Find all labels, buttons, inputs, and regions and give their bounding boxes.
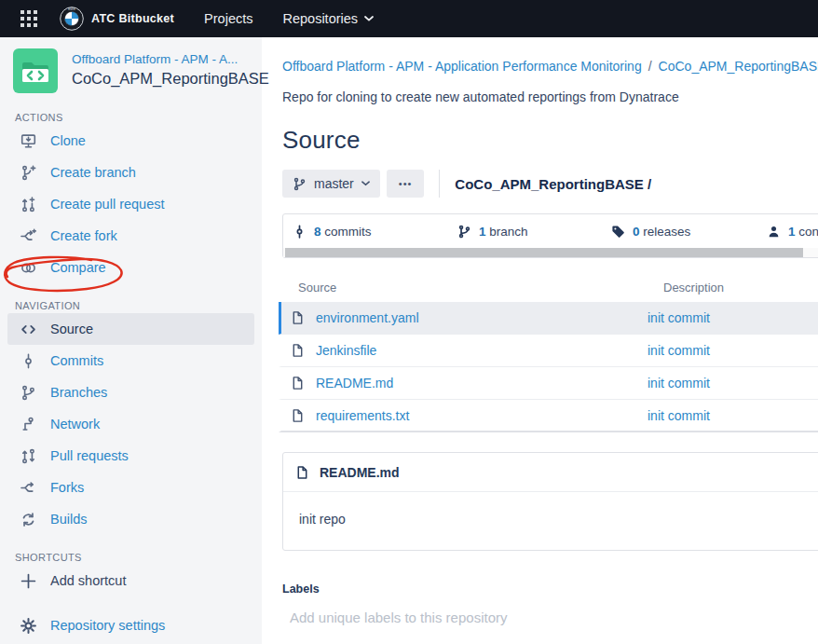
brand[interactable]: BMW ATC Bitbucket [60, 7, 174, 31]
file-icon [291, 408, 305, 423]
commit-message-link[interactable]: init commit [648, 408, 710, 423]
sidebar-item-pull-requests[interactable]: Pull requests [7, 440, 254, 472]
nav-repositories[interactable]: Repositories [282, 11, 374, 26]
nav-projects[interactable]: Projects [204, 11, 252, 26]
sidebar-item-network[interactable]: Network [7, 408, 254, 440]
app-switcher-grid-icon[interactable] [19, 8, 39, 29]
commit-message-link[interactable]: init commit [648, 376, 710, 391]
readme-header: README.md [283, 453, 818, 492]
forks-icon [19, 480, 37, 496]
table-row[interactable]: requirements.txt init commit [279, 400, 818, 432]
breadcrumb-repo-link[interactable]: CoCo_APM_ReportingBASE [659, 59, 818, 74]
repo-header: Offboard Platform - APM - A... CoCo_APM_… [7, 48, 254, 93]
commit-message-link[interactable]: init commit [648, 343, 710, 358]
file-link[interactable]: README.md [316, 376, 393, 391]
compare-icon [19, 260, 37, 276]
svg-text:BMW: BMW [68, 7, 75, 11]
sidebar-item-label: Repository settings [50, 618, 165, 633]
sidebar-item-label: Create branch [50, 165, 136, 180]
sidebar-item-add-shortcut[interactable]: Add shortcut [7, 565, 254, 596]
file-link[interactable]: requirements.txt [316, 408, 409, 423]
current-path: CoCo_APM_ReportingBASE / [455, 176, 651, 192]
create-branch-icon [19, 165, 37, 181]
sidebar-item-label: Create pull request [50, 197, 165, 212]
branch-selector-button[interactable]: master [282, 170, 380, 198]
pull-requests-icon [19, 448, 37, 464]
readme-content: init repo [283, 492, 818, 550]
stats-horizontal-scrollbar [283, 248, 818, 257]
column-header-source: Source [298, 281, 663, 295]
scrollbar-thumb[interactable] [285, 248, 803, 257]
table-row[interactable]: environment.yaml init commit [279, 302, 818, 335]
table-row[interactable]: Jenkinsfile init commit [279, 335, 818, 367]
main-content: Offboard Platform - APM - Application Pe… [262, 37, 818, 644]
sidebar-item-label: Commits [50, 353, 103, 368]
repo-stats-card: 8 commits 1 branch 0 rel [282, 213, 818, 258]
file-icon [291, 310, 305, 325]
sidebar-item-branches[interactable]: Branches [7, 377, 254, 408]
sidebar-item-label: Create fork [50, 228, 117, 243]
bmw-logo-icon: BMW [60, 7, 84, 31]
branch-selector-label: master [314, 176, 354, 191]
file-icon [291, 376, 305, 391]
file-table: Source Description environment.yaml init… [282, 281, 818, 432]
sidebar-item-forks[interactable]: Forks [7, 472, 254, 503]
file-table-header: Source Description [282, 281, 818, 302]
sidebar-item-compare[interactable]: Compare [7, 252, 254, 283]
labels-section: Labels Add unique labels to this reposit… [282, 582, 818, 625]
sidebar: Offboard Platform - APM - A... CoCo_APM_… [0, 37, 262, 644]
page-title: Source [282, 126, 818, 155]
gear-icon [19, 618, 37, 634]
source-toolbar: master ••• CoCo_APM_ReportingBASE / [282, 170, 818, 198]
branch-icon [457, 225, 471, 239]
file-icon [291, 343, 305, 358]
sidebar-item-label: Clone [50, 133, 86, 148]
stat-branches[interactable]: 1 branch [457, 225, 611, 239]
sidebar-item-label: Add shortcut [50, 573, 126, 588]
file-icon [295, 465, 309, 480]
clone-icon [19, 133, 37, 149]
commit-icon [293, 225, 307, 239]
sidebar-item-label: Network [50, 417, 100, 432]
more-actions-button[interactable]: ••• [387, 170, 425, 198]
sidebar-item-clone[interactable]: Clone [7, 125, 254, 157]
stat-contributors[interactable]: 1 contributor [767, 225, 818, 239]
sidebar-item-builds[interactable]: Builds [7, 503, 254, 535]
table-row[interactable]: README.md init commit [279, 367, 818, 400]
app-title: ATC Bitbucket [91, 12, 174, 25]
sidebar-item-commits[interactable]: Commits [7, 345, 254, 377]
create-fork-icon [19, 228, 37, 244]
tag-icon [611, 225, 625, 239]
sidebar-item-create-fork[interactable]: Create fork [7, 220, 254, 252]
sidebar-item-source[interactable]: Source [7, 313, 254, 345]
section-title-navigation: NAVIGATION [15, 300, 254, 311]
labels-input-placeholder[interactable]: Add unique labels to this repository [282, 610, 818, 625]
sidebar-item-create-branch[interactable]: Create branch [7, 157, 254, 188]
repo-avatar[interactable] [13, 48, 58, 93]
sidebar-item-repository-settings[interactable]: Repository settings [7, 610, 254, 641]
sidebar-item-label: Compare [50, 260, 106, 275]
commits-icon [19, 353, 37, 369]
person-icon [767, 225, 781, 239]
sidebar-item-label: Forks [50, 480, 84, 495]
breadcrumb-project-link[interactable]: Offboard Platform - APM - Application Pe… [282, 59, 642, 74]
file-link[interactable]: environment.yaml [316, 310, 419, 325]
create-pull-request-icon [19, 197, 37, 212]
sidebar-item-label: Source [50, 322, 93, 336]
file-link[interactable]: Jenkinsfile [316, 343, 376, 358]
branch-icon [293, 177, 307, 191]
repo-description: Repo for cloning to create new automated… [282, 89, 818, 104]
plus-icon [19, 573, 37, 589]
network-icon [19, 417, 37, 432]
sidebar-item-label: Branches [50, 385, 107, 400]
stat-commits[interactable]: 8 commits [293, 225, 457, 239]
top-nav: BMW ATC Bitbucket Projects Repositories [0, 0, 818, 37]
column-header-description: Description [663, 281, 724, 295]
labels-title: Labels [282, 582, 818, 596]
stat-releases[interactable]: 0 releases [611, 225, 767, 239]
section-title-actions: ACTIONS [15, 112, 254, 123]
sidebar-project-link[interactable]: Offboard Platform - APM - A... [72, 52, 254, 66]
sidebar-item-create-pull-request[interactable]: Create pull request [7, 188, 254, 220]
commit-message-link[interactable]: init commit [648, 310, 710, 325]
branches-icon [19, 385, 37, 401]
